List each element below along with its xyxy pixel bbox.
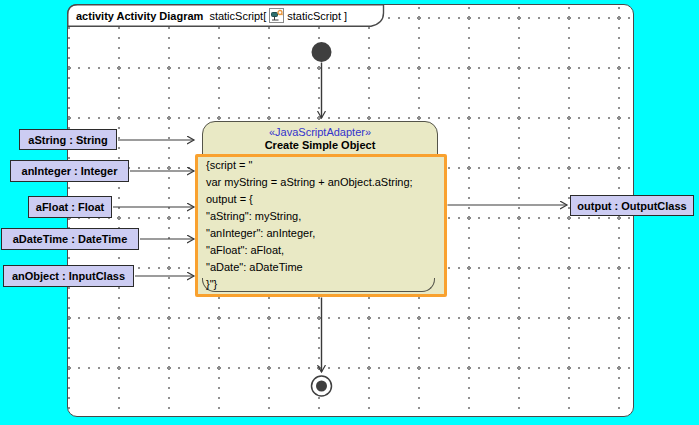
pin-label: output : OutputClass [577,200,686,212]
frame-heading-context: staticScript[ [209,10,266,22]
input-pin-anObject[interactable]: anObject : InputClass [3,265,134,287]
script-line: "aString": myString, [206,208,446,225]
diagram-canvas: activity Activity DiagramstaticScript[st… [0,0,699,425]
frame-heading-kind: activity Activity Diagram [76,10,203,22]
pin-label: aFloat : Float [36,201,104,213]
pin-label: anInteger : Integer [22,165,118,177]
input-pin-aString[interactable]: aString : String [19,129,117,150]
script-body[interactable]: {script = " var myString = aString + anO… [206,157,446,293]
input-pin-aDateTime[interactable]: aDateTime : DateTime [1,228,139,250]
script-line: output = { [206,191,446,208]
pin-label: aString : String [28,134,107,146]
script-line: "aDate": aDateTime [206,259,446,276]
script-line: "aFloat": aFloat, [206,242,446,259]
script-line: var myString = aString + anObject.aStrin… [206,174,446,191]
frame-heading[interactable]: activity Activity DiagramstaticScript[st… [76,8,347,23]
input-pin-aFloat[interactable]: aFloat : Float [28,196,112,218]
node-title: Create Simple Object [203,139,437,151]
input-pin-anInteger[interactable]: anInteger : Integer [10,160,129,182]
activity-final-node[interactable] [312,376,332,396]
script-line: {script = " [206,157,446,174]
script-line: }"} [206,276,446,293]
initial-node[interactable] [312,42,332,62]
activity-diagram-icon [269,8,284,23]
pin-label: aDateTime : DateTime [13,233,128,245]
frame-heading-context-tail: staticScript ] [287,10,347,22]
output-pin-output[interactable]: output : OutputClass [570,195,694,216]
node-stereotype: «JavaScriptAdapter» [203,126,437,138]
script-line: "anInteger": anInteger, [206,225,446,242]
pin-label: anObject : InputClass [12,270,125,282]
